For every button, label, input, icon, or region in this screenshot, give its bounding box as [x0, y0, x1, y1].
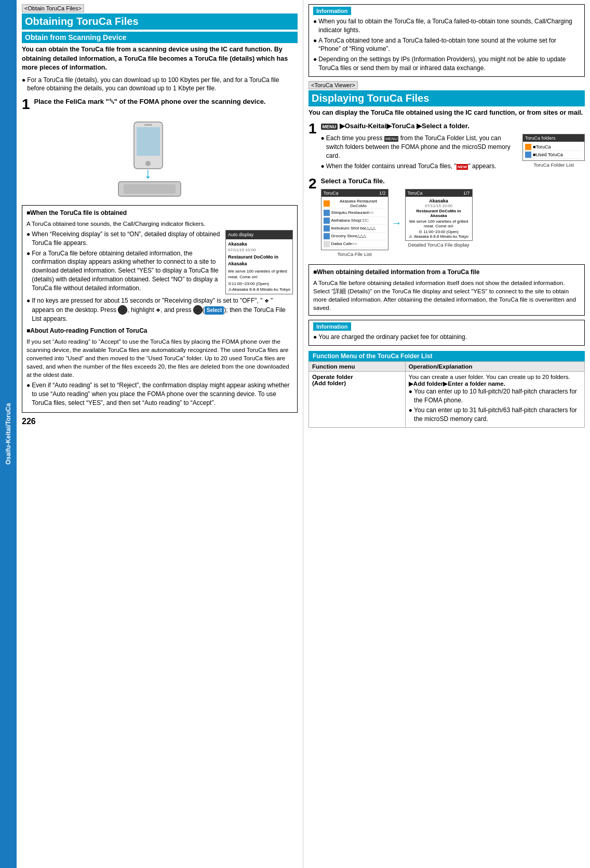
svg-rect-6 [124, 184, 176, 194]
sidebar: Osaifu-Keitai/ToruCa [0, 0, 17, 868]
func-b2: ● You can enter up to 31 full-pitch/63 h… [409, 406, 581, 424]
svg-rect-3 [144, 124, 152, 126]
item-icon [324, 200, 330, 207]
explanation-cell: You can create a user folder. You can cr… [405, 371, 584, 427]
auto-display-screen: Auto display Akasaka 07/11/15 10:00 Rest… [225, 230, 293, 294]
circle-button[interactable]: ○ [118, 305, 127, 315]
intro-text-left: You can obtain the ToruCa file from a sc… [22, 45, 298, 73]
list-item: Ikebukuro Shot bar△△△ [324, 225, 386, 233]
step1-number-left: 1 [22, 97, 30, 112]
section-title-left: Obtaining ToruCa Files [22, 13, 298, 30]
info-box2: Information ● You are charged the ordina… [309, 320, 585, 346]
main-content: <Obtain ToruCa Files> Obtaining ToruCa F… [17, 0, 590, 868]
page-number: 226 [22, 417, 298, 426]
section2-title: Displaying ToruCa Files [309, 90, 585, 106]
col-operation: Operation/Explanation [405, 361, 584, 371]
item-icon [324, 225, 330, 232]
device-illustration: ↓ [22, 117, 298, 200]
obtained-b3: ● If no keys are pressed for about 15 se… [26, 296, 293, 323]
obtained-text1: A ToruCa obtained tone sounds, the Call/… [26, 220, 293, 228]
item-icon [324, 241, 330, 247]
obtained-b2: ● For a ToruCa file before obtaining det… [26, 249, 221, 293]
folder-list-caption: ToruCa Folder List [522, 162, 585, 168]
arrow-right: → [392, 217, 402, 229]
step1-number-right: 1 [309, 121, 317, 136]
menu-icon2: MENU [384, 136, 399, 142]
folder-list-screen: ToruCa folders ■ToruCa ■Used ToruCa [522, 134, 585, 161]
list-item: Daiba Cafe○○ [324, 240, 386, 248]
list-item: Grocery Store△△△ [324, 233, 386, 240]
detailed-caption: Detailed ToruCa File display [405, 242, 473, 248]
step1-right: 1 MENU ▶Osaifu-Keitai▶ToruCa ▶Select a f… [309, 121, 585, 172]
menu-icon: MENU [321, 124, 338, 130]
step1-r-b2: ● When the folder contains unread ToruCa… [321, 162, 518, 171]
function-table: Function menu Operation/Explanation Oper… [309, 361, 585, 428]
when-obtaining-title: ■When obtaining detailed information fro… [313, 268, 580, 277]
menu-cell: Operate folder(Add folder) [309, 371, 406, 427]
svg-rect-1 [137, 127, 160, 156]
step1-text-left: Place the FeliCa mark "␓" of the FOMA ph… [34, 97, 266, 106]
info-b1: ● When you fail to obtain the ToruCa fil… [313, 17, 580, 35]
function-menu-section: Function Menu of the ToruCa Folder List … [309, 351, 585, 428]
step1-left: 1 Place the FeliCa mark "␓" of the FOMA … [22, 97, 298, 112]
info2-b1: ● You are charged the ordinary packet fe… [313, 333, 580, 342]
info-header2: Information [313, 322, 351, 331]
info-header-top: Information [313, 7, 351, 15]
auto-reading-title: ■About Auto-reading Function of ToruCa [26, 327, 293, 335]
auto-b4: ● Even if “Auto reading” is set to “Reje… [26, 381, 293, 407]
sidebar-label: Osaifu-Keitai/ToruCa [5, 403, 12, 465]
step1-text-right: MENU ▶Osaifu-Keitai▶ToruCa ▶Select a fol… [321, 121, 585, 131]
col-function-menu: Function menu [309, 361, 406, 371]
new-badge: NEW [457, 164, 468, 170]
subsection-title-left: Obtain from Scanning Device [22, 32, 298, 43]
info-box-obtained: ■When the ToruCa file is obtained A Toru… [22, 205, 298, 412]
when-obtaining-text: A ToruCa file before obtaining detailed … [313, 279, 580, 312]
item-icon [324, 218, 330, 224]
table-row: Operate folder(Add folder) You can creat… [309, 371, 585, 427]
auto-reading-text: If you set “Auto reading” to “Accept” to… [26, 337, 293, 379]
list-item: Shinjuku Restaurant○○ [324, 209, 386, 217]
screens-row: ToruCa 1/2 Akasaka Restaurant DoCoMo Shi… [321, 189, 585, 257]
section-tag-left: <Obtain ToruCa Files> [22, 4, 84, 12]
left-bullet-1: ● For a ToruCa file (details), you can d… [22, 76, 298, 93]
list-item: Akihabara Shop□□□ [324, 217, 386, 225]
svg-text:↓: ↓ [144, 165, 152, 181]
toruca-file-list-caption: ToruCa File List [321, 251, 388, 257]
circle-button2[interactable]: ○ [193, 305, 203, 315]
info-b2: ● A ToruCa obtained tone and a ToruCa fa… [313, 36, 580, 54]
obtained-title: ■When the ToruCa file is obtained [26, 209, 293, 218]
step1-r-b1: ● Each time you press MENU from the Toru… [321, 134, 518, 160]
folder-icon-toruca [525, 144, 531, 150]
scanning-device-svg: ↓ [103, 117, 217, 200]
function-menu-header: Function Menu of the ToruCa Folder List [309, 351, 585, 361]
item-icon [324, 233, 330, 239]
step2-text-right: Select a ToruCa file. [321, 177, 585, 186]
step2-right: 2 Select a ToruCa file. ToruCa 1/2 Aka [309, 177, 585, 260]
menu-cmd-operate: Operate folder(Add folder) [312, 374, 353, 386]
select-badge: Select [205, 306, 224, 315]
step2-number-right: 2 [309, 177, 317, 191]
info-b3: ● Depending on the settings by IPs (Info… [313, 55, 580, 73]
obtained-b1: ● When “Receiving display” is set to “ON… [26, 230, 221, 248]
when-obtaining-box: ■When obtaining detailed information fro… [309, 264, 585, 316]
toruca-file-list-screen: ToruCa 1/2 Akasaka Restaurant DoCoMo Shi… [321, 189, 388, 250]
left-column: <Obtain ToruCa Files> Obtaining ToruCa F… [17, 0, 303, 868]
right-column: Information ● When you fail to obtain th… [303, 0, 590, 868]
intro2-text: You can display the ToruCa file obtained… [309, 108, 585, 118]
top-info-box: Information ● When you fail to obtain th… [309, 4, 585, 77]
folder-icon-used [525, 152, 531, 158]
item-icon [324, 210, 330, 216]
detailed-toruca-screen: ToruCa 1/7 Akasaka 07/11/15 10:00 Restau… [405, 189, 473, 241]
section2-tag: <ToruCa Viewer> [309, 81, 358, 89]
func-b1: ● You can enter up to 10 full-pitch/20 h… [409, 387, 581, 405]
list-item: Akasaka Restaurant DoCoMo [324, 198, 386, 209]
